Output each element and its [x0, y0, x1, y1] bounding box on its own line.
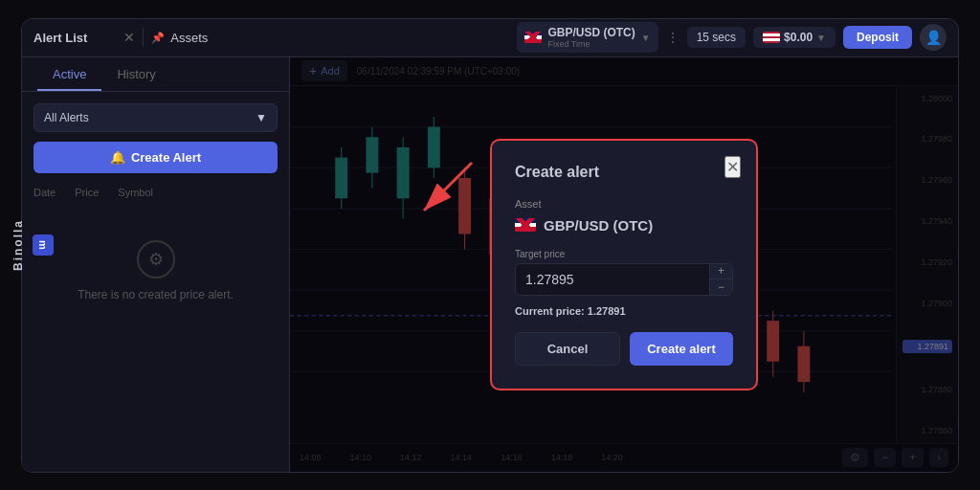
filter-label: All Alerts: [44, 111, 89, 124]
chart-area: + Add 06/11/2024 02:39:59 PM (UTC+03:00): [290, 57, 958, 472]
bell-icon: 🔔: [110, 150, 125, 165]
modal-asset: GBP/USD (OTC): [515, 217, 733, 234]
svg-line-41: [424, 163, 472, 211]
close-alert-list-button[interactable]: ✕: [123, 30, 135, 45]
gbp-flag: [524, 32, 542, 43]
target-price-label: Target price: [515, 249, 733, 259]
pair-name: GBP/USD (OTC): [547, 26, 635, 39]
user-avatar-button[interactable]: 👤: [920, 24, 947, 51]
tab-history[interactable]: History: [101, 57, 170, 91]
arrow-pointer: [405, 153, 481, 220]
assets-tab[interactable]: 📌 Assets: [151, 31, 208, 45]
topbar-left: Alert List ✕ 📌 Assets: [33, 28, 301, 47]
current-price-value: 1.27891: [588, 305, 626, 317]
stepper-up-button[interactable]: +: [710, 264, 732, 280]
col-date: Date: [33, 187, 56, 198]
modal-close-button[interactable]: ✕: [724, 156, 741, 178]
deposit-button[interactable]: Deposit: [843, 26, 912, 49]
modal-asset-name: GBP/USD (OTC): [544, 217, 653, 234]
asset-section-label: Asset: [515, 198, 733, 210]
modal-flag: [515, 218, 536, 232]
main-area: Active History All Alerts ▼ 🔔 Create Ale…: [22, 57, 958, 472]
filter-chevron-icon: ▼: [256, 111, 267, 124]
pair-sub: Fixed Time: [547, 39, 635, 49]
topbar-right: GBP/USD (OTC) Fixed Time ▼ ⋮ 15 secs $0.…: [517, 22, 947, 53]
col-price: Price: [75, 187, 99, 198]
target-price-input-row: + −: [515, 263, 733, 296]
empty-icon: ⚙: [137, 240, 175, 278]
main-screen: Alert List ✕ 📌 Assets GBP/USD (OTC) Fixe…: [21, 18, 959, 473]
create-alert-submit-button[interactable]: Create alert: [630, 332, 733, 366]
sidebar-content: All Alerts ▼ 🔔 Create Alert Date Price S…: [22, 92, 289, 342]
table-header: Date Price Symbol: [33, 183, 278, 202]
pair-selector[interactable]: GBP/USD (OTC) Fixed Time ▼: [517, 22, 657, 53]
filter-dropdown[interactable]: All Alerts ▼: [33, 103, 278, 132]
pin-icon: 📌: [151, 32, 165, 44]
empty-text: There is no created price alert.: [78, 288, 234, 301]
col-symbol: Symbol: [118, 187, 153, 198]
brand-name: Binolla: [11, 219, 25, 271]
current-price-display: Current price: 1.27891: [515, 305, 733, 317]
stepper-down-button[interactable]: −: [710, 279, 732, 295]
balance-button[interactable]: $0.00 ▼: [753, 27, 835, 48]
assets-tab-label: Assets: [170, 31, 208, 45]
alert-sidebar: Active History All Alerts ▼ 🔔 Create Ale…: [22, 57, 290, 472]
topbar: Alert List ✕ 📌 Assets GBP/USD (OTC) Fixe…: [22, 19, 958, 57]
binolla-logo-icon: m: [33, 234, 54, 256]
empty-alerts-state: ⚙ There is no created price alert.: [33, 212, 278, 330]
target-price-input[interactable]: [516, 264, 709, 295]
modal-title: Create alert: [515, 164, 733, 181]
more-options-button[interactable]: ⋮: [666, 30, 679, 45]
create-alert-button[interactable]: 🔔 Create Alert: [33, 142, 278, 173]
cancel-button[interactable]: Cancel: [515, 332, 620, 366]
usd-flag: [763, 32, 780, 43]
balance-chevron-icon: ▼: [816, 33, 826, 43]
tab-active[interactable]: Active: [37, 57, 101, 91]
create-alert-modal: Create alert ✕ Asset GBP/USD (OTC) Targe…: [490, 139, 758, 390]
modal-actions: Cancel Create alert: [515, 332, 733, 366]
balance-value: $0.00: [784, 31, 813, 44]
separator: [143, 28, 144, 47]
modal-overlay: Create alert ✕ Asset GBP/USD (OTC) Targe…: [290, 57, 958, 472]
chevron-down-icon: ▼: [641, 33, 651, 43]
price-stepper: + −: [709, 264, 732, 295]
sidebar-tabs: Active History: [22, 57, 289, 92]
alert-list-title: Alert List: [33, 31, 87, 45]
time-badge[interactable]: 15 secs: [687, 27, 746, 48]
